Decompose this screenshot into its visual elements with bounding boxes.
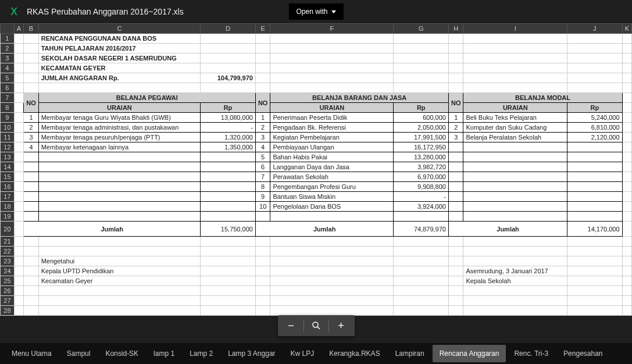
peg-no-1: 1	[24, 113, 39, 123]
mod-no-2: 2	[448, 123, 463, 133]
rowhead-14[interactable]: 14	[1, 162, 15, 172]
tab-renc-tri-3[interactable]: Renc. Tri-3	[507, 345, 555, 362]
rowhead-5[interactable]: 5	[1, 73, 15, 83]
anggaran-value: 104,799,970	[201, 73, 256, 83]
jumlah-peg-val: 15,750,000	[201, 222, 256, 237]
rowhead-16[interactable]: 16	[1, 182, 15, 192]
bar-ur-2: Pengadaan Bk. Referensi	[270, 123, 394, 133]
topbar: X RKAS Perubahan Anggaran 2016~2017.xls …	[0, 0, 632, 23]
sec-modal: BELANJA MODAL	[463, 93, 622, 103]
tab-rencana-anggaran[interactable]: Rencana Anggaran	[433, 345, 506, 362]
place-date: Asemrudung, 3 Januari 2017	[463, 266, 567, 276]
open-with-button[interactable]: Open with	[288, 3, 343, 20]
tab-lamp-3-anggar[interactable]: Lamp 3 Anggar	[221, 345, 282, 362]
bar-ur-6: Langganan Daya dan Jasa	[270, 162, 394, 172]
sec-pegawai: BELANJA PEGAWAI	[38, 93, 255, 103]
rowhead-21[interactable]: 21	[1, 237, 15, 247]
zoom-in-button[interactable]: +	[331, 317, 351, 334]
spreadsheet-grid: A B C D E F G H I J K 1RENCANA PENGGUNAA…	[0, 23, 632, 316]
tab-lamp-2[interactable]: Lamp 2	[183, 345, 220, 362]
rowhead-9[interactable]: 9	[1, 113, 15, 123]
tab-kerangka-rkas[interactable]: Kerangka.RKAS	[322, 345, 387, 362]
rowhead-19[interactable]: 19	[1, 212, 15, 222]
corner-cell[interactable]	[1, 24, 15, 34]
rowhead-24[interactable]: 24	[1, 266, 15, 276]
bar-ur-10: Pengelolaan Dana BOS	[270, 202, 394, 212]
colhead-D[interactable]: D	[201, 24, 256, 34]
sheet-tabbar: Menu Utama Sampul Konsid-SK lamp 1 Lamp …	[0, 343, 632, 364]
tab-pengesahan[interactable]: Pengesahan	[556, 345, 609, 362]
rowhead-18[interactable]: 18	[1, 202, 15, 212]
rowhead-11[interactable]: 11	[1, 133, 15, 142]
colhead-I[interactable]: I	[463, 24, 567, 34]
peg-rp-2: -	[201, 123, 256, 133]
tab-kw-lpj[interactable]: Kw LPJ	[284, 345, 322, 362]
rowhead-4[interactable]: 4	[1, 63, 15, 73]
peg-no-4: 4	[24, 142, 39, 152]
tab-menu-utama[interactable]: Menu Utama	[5, 345, 59, 362]
rowhead-22[interactable]: 22	[1, 247, 15, 256]
rowhead-25[interactable]: 25	[1, 276, 15, 286]
rowhead-17[interactable]: 17	[1, 192, 15, 202]
bar-rp-2: 2,050,000	[394, 123, 449, 133]
jumlah-mod-val: 14,170,000	[567, 222, 623, 237]
tab-lampiran[interactable]: Lampiran	[388, 345, 431, 362]
bar-rp-1: 600,000	[394, 113, 449, 123]
bar-no-1: 1	[255, 113, 270, 123]
tab-konsid-sk[interactable]: Konsid-SK	[98, 345, 145, 362]
rowhead-8[interactable]: 8	[1, 103, 15, 113]
colhead-E[interactable]: E	[255, 24, 270, 34]
tab-sampul[interactable]: Sampul	[60, 345, 98, 362]
rowhead-23[interactable]: 23	[1, 256, 15, 266]
mod-rp-2: 6,810,000	[567, 123, 623, 133]
bar-no-5: 5	[255, 152, 270, 162]
rowhead-13[interactable]: 13	[1, 152, 15, 162]
rowhead-7[interactable]: 7	[1, 93, 15, 103]
rowhead-3[interactable]: 3	[1, 53, 15, 63]
colhead-F[interactable]: F	[270, 24, 394, 34]
rowhead-1[interactable]: 1	[1, 34, 15, 44]
open-with-label: Open with	[296, 8, 327, 16]
bar-ur-4: Pembiayaan Ulangan	[270, 142, 394, 152]
rowhead-6[interactable]: 6	[1, 83, 15, 93]
colhead-K[interactable]: K	[622, 24, 631, 34]
rowhead-10[interactable]: 10	[1, 123, 15, 133]
rowhead-20[interactable]: 20	[1, 222, 15, 237]
zoom-toolbar: − +	[278, 315, 355, 336]
magnifier-icon	[311, 320, 322, 331]
rowhead-15[interactable]: 15	[1, 172, 15, 182]
bar-no-4: 4	[255, 142, 270, 152]
rowhead-28[interactable]: 28	[1, 306, 15, 316]
col-uraian-peg: URAIAN	[38, 103, 200, 113]
peg-ur-4: Membayar ketenagaan lainnya	[38, 142, 200, 152]
colhead-C[interactable]: C	[38, 24, 200, 34]
colhead-J[interactable]: J	[567, 24, 623, 34]
col-no-peg: NO	[24, 93, 39, 113]
mod-rp-4	[567, 142, 623, 152]
bar-no-9: 9	[255, 192, 270, 202]
file-name: RKAS Perubahan Anggaran 2016~2017.xls	[27, 7, 184, 16]
colhead-H[interactable]: H	[448, 24, 463, 34]
colhead-A[interactable]: A	[14, 24, 23, 34]
rowhead-26[interactable]: 26	[1, 286, 15, 296]
spreadsheet-viewport[interactable]: A B C D E F G H I J K 1RENCANA PENGGUNAA…	[0, 23, 632, 343]
rowhead-27[interactable]: 27	[1, 296, 15, 306]
colhead-B[interactable]: B	[24, 24, 39, 34]
chevron-down-icon	[331, 10, 336, 13]
col-rp-bar: Rp	[394, 103, 449, 113]
colhead-G[interactable]: G	[394, 24, 449, 34]
mod-rp-1: 5,240,000	[567, 113, 623, 123]
kecamatan: Kecamatan Geyer	[38, 276, 200, 286]
col-rp-peg: Rp	[201, 103, 256, 113]
rowhead-2[interactable]: 2	[1, 44, 15, 53]
zoom-out-button[interactable]: −	[281, 317, 301, 334]
zoom-reset-button[interactable]	[306, 317, 326, 334]
bar-no-10: 10	[255, 202, 270, 212]
rowhead-12[interactable]: 12	[1, 142, 15, 152]
bar-rp-8: 9,908,800	[394, 182, 449, 192]
mod-ur-2: Komputer dan Suku Cadang	[463, 123, 567, 133]
bar-ur-9: Bantuan Siswa Miskin	[270, 192, 394, 202]
bar-no-8: 8	[255, 182, 270, 192]
tab-lamp-1[interactable]: lamp 1	[147, 345, 181, 362]
bar-ur-5: Bahan Habis Pakai	[270, 152, 394, 162]
